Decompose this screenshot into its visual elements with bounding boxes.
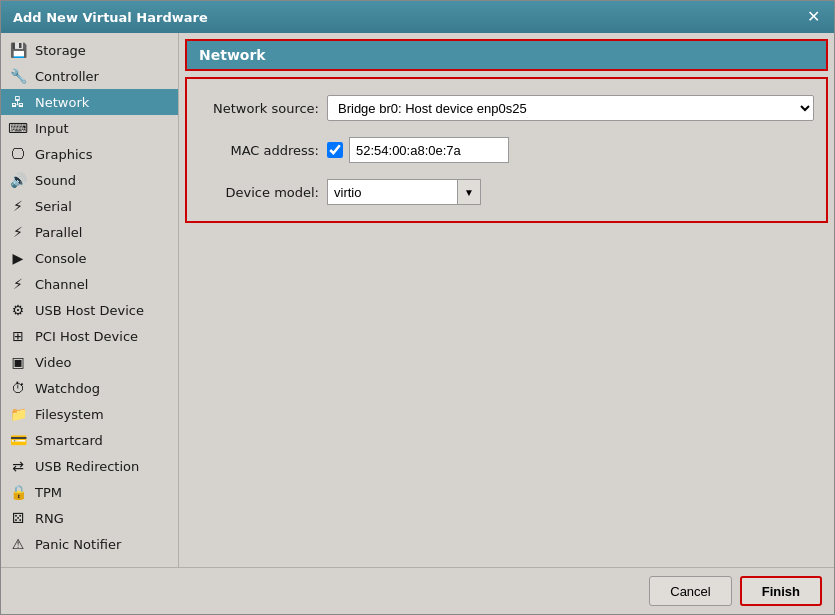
finish-button[interactable]: Finish [740, 576, 822, 606]
sound-icon: 🔊 [9, 171, 27, 189]
mac-address-input[interactable] [349, 137, 509, 163]
channel-icon: ⚡ [9, 275, 27, 293]
sidebar-label-console: Console [35, 251, 87, 266]
sidebar-label-watchdog: Watchdog [35, 381, 100, 396]
pci-host-icon: ⊞ [9, 327, 27, 345]
sidebar-label-rng: RNG [35, 511, 64, 526]
sidebar-label-input: Input [35, 121, 69, 136]
titlebar: Add New Virtual Hardware ✕ [1, 1, 834, 33]
sidebar-item-filesystem[interactable]: 📁Filesystem [1, 401, 178, 427]
main-area: Network Network source: Bridge br0: Host… [179, 33, 834, 567]
mac-address-label: MAC address: [199, 143, 319, 158]
sidebar-label-sound: Sound [35, 173, 76, 188]
sidebar-item-controller[interactable]: 🔧Controller [1, 63, 178, 89]
filesystem-icon: 📁 [9, 405, 27, 423]
sidebar-item-panic[interactable]: ⚠Panic Notifier [1, 531, 178, 557]
sidebar: 💾Storage🔧Controller🖧Network⌨Input🖵Graphi… [1, 33, 179, 567]
sidebar-item-video[interactable]: ▣Video [1, 349, 178, 375]
sidebar-label-pci-host: PCI Host Device [35, 329, 138, 344]
usb-host-icon: ⚙ [9, 301, 27, 319]
sidebar-item-storage[interactable]: 💾Storage [1, 37, 178, 63]
graphics-icon: 🖵 [9, 145, 27, 163]
sidebar-item-smartcard[interactable]: 💳Smartcard [1, 427, 178, 453]
sidebar-item-parallel[interactable]: ⚡Parallel [1, 219, 178, 245]
input-icon: ⌨ [9, 119, 27, 137]
sidebar-item-sound[interactable]: 🔊Sound [1, 167, 178, 193]
sidebar-item-graphics[interactable]: 🖵Graphics [1, 141, 178, 167]
content-area: 💾Storage🔧Controller🖧Network⌨Input🖵Graphi… [1, 33, 834, 567]
tpm-icon: 🔒 [9, 483, 27, 501]
console-icon: ▶ [9, 249, 27, 267]
controller-icon: 🔧 [9, 67, 27, 85]
sidebar-item-serial[interactable]: ⚡Serial [1, 193, 178, 219]
sidebar-label-filesystem: Filesystem [35, 407, 104, 422]
network-source-select[interactable]: Bridge br0: Host device enp0s25NATIsolat… [327, 95, 814, 121]
sidebar-label-video: Video [35, 355, 71, 370]
sidebar-item-usb-redir[interactable]: ⇄USB Redirection [1, 453, 178, 479]
sidebar-label-usb-host: USB Host Device [35, 303, 144, 318]
video-icon: ▣ [9, 353, 27, 371]
network-source-row: Network source: Bridge br0: Host device … [199, 95, 814, 121]
sidebar-label-panic: Panic Notifier [35, 537, 121, 552]
sidebar-label-channel: Channel [35, 277, 88, 292]
sidebar-item-console[interactable]: ▶Console [1, 245, 178, 271]
sidebar-item-watchdog[interactable]: ⏱Watchdog [1, 375, 178, 401]
sidebar-item-input[interactable]: ⌨Input [1, 115, 178, 141]
usb-redir-icon: ⇄ [9, 457, 27, 475]
panic-icon: ⚠ [9, 535, 27, 553]
sidebar-item-usb-host[interactable]: ⚙USB Host Device [1, 297, 178, 323]
parallel-icon: ⚡ [9, 223, 27, 241]
bottom-bar: Cancel Finish [1, 567, 834, 614]
section-header: Network [185, 39, 828, 71]
sidebar-label-serial: Serial [35, 199, 72, 214]
sidebar-label-graphics: Graphics [35, 147, 92, 162]
cancel-button[interactable]: Cancel [649, 576, 731, 606]
network-icon: 🖧 [9, 93, 27, 111]
rng-icon: ⚄ [9, 509, 27, 527]
smartcard-icon: 💳 [9, 431, 27, 449]
device-model-row: Device model: ▼ [199, 179, 814, 205]
storage-icon: 💾 [9, 41, 27, 59]
device-model-dropdown-btn[interactable]: ▼ [457, 179, 481, 205]
sidebar-label-usb-redir: USB Redirection [35, 459, 139, 474]
sidebar-item-tpm[interactable]: 🔒TPM [1, 479, 178, 505]
sidebar-label-smartcard: Smartcard [35, 433, 103, 448]
sidebar-label-controller: Controller [35, 69, 99, 84]
dialog-title: Add New Virtual Hardware [13, 10, 208, 25]
network-source-label: Network source: [199, 101, 319, 116]
sidebar-label-tpm: TPM [35, 485, 62, 500]
dialog: Add New Virtual Hardware ✕ 💾Storage🔧Cont… [0, 0, 835, 615]
mac-address-checkbox[interactable] [327, 142, 343, 158]
network-form: Network source: Bridge br0: Host device … [185, 77, 828, 223]
sidebar-item-network[interactable]: 🖧Network [1, 89, 178, 115]
close-button[interactable]: ✕ [805, 9, 822, 25]
mac-address-row: MAC address: [199, 137, 814, 163]
device-model-control: ▼ [327, 179, 481, 205]
sidebar-label-parallel: Parallel [35, 225, 82, 240]
mac-address-control [327, 137, 509, 163]
sidebar-item-rng[interactable]: ⚄RNG [1, 505, 178, 531]
network-source-control: Bridge br0: Host device enp0s25NATIsolat… [327, 95, 814, 121]
serial-icon: ⚡ [9, 197, 27, 215]
device-model-label: Device model: [199, 185, 319, 200]
sidebar-item-pci-host[interactable]: ⊞PCI Host Device [1, 323, 178, 349]
sidebar-label-network: Network [35, 95, 89, 110]
sidebar-item-channel[interactable]: ⚡Channel [1, 271, 178, 297]
device-model-input[interactable] [327, 179, 457, 205]
watchdog-icon: ⏱ [9, 379, 27, 397]
sidebar-label-storage: Storage [35, 43, 86, 58]
